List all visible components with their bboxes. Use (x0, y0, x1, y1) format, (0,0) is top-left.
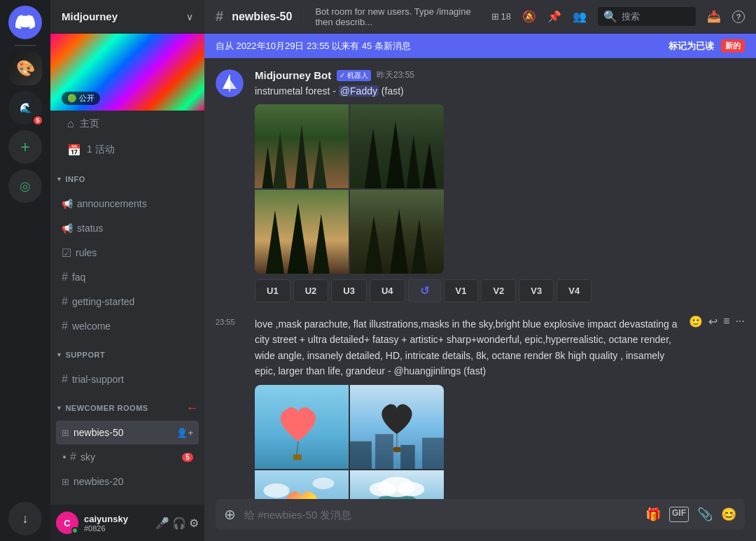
channel-faq[interactable]: # faq (56, 265, 199, 289)
search-icon: 🔍 (603, 10, 617, 23)
category-newcomer-rooms-2[interactable]: ▼ NEWCOMER ROOMS 2 (50, 499, 204, 505)
online-status-dot (71, 527, 78, 534)
message-time-gutter: 23:55 (216, 314, 244, 499)
u4-button[interactable]: U4 (370, 279, 405, 302)
gift-icon[interactable]: 🎁 (645, 507, 661, 522)
hash-getting-started-icon: # (62, 295, 68, 308)
forest-img-2 (350, 104, 444, 188)
message-content-bot: instrumetal forest - @Faddy (fast) (255, 84, 745, 99)
balloon-img-1 (255, 385, 349, 469)
nav-activity[interactable]: 📅 1 活动 (56, 137, 199, 162)
more-options-icon[interactable]: ··· (736, 315, 745, 328)
bell-muted-icon[interactable]: 🔕 (522, 10, 536, 23)
input-right-icons: 🎁 GIF 📎 😊 (645, 507, 736, 522)
gif-icon[interactable]: GIF (669, 507, 689, 522)
refresh-icon: ↺ (420, 284, 429, 297)
user-panel-icons: 🎤 🎧 ⚙ (155, 517, 199, 530)
newcomer-chevron: ▼ (56, 405, 62, 412)
u2-button[interactable]: U2 (293, 279, 329, 302)
channel-announcements[interactable]: 📢 announcements (56, 192, 199, 216)
server-list: 🎨 🌊 5 + ◎ ↓ (0, 0, 50, 541)
header-icons: ⊞ 18 🔕 📌 👥 🔍 搜索 📥 ? (491, 7, 745, 26)
main-content: # newbies-50 Bot room for new users. Typ… (204, 0, 756, 541)
v4-button[interactable]: V4 (556, 279, 592, 302)
v3-button[interactable]: V3 (519, 279, 554, 302)
svg-rect-29 (422, 437, 444, 469)
channel-section: ⌂ 主页 📅 1 活动 ▼ INFO 📢 announcements 📢 sta… (50, 111, 204, 505)
channel-status[interactable]: 📢 status (56, 216, 199, 240)
channel-newbies-20[interactable]: ⊞ newbies-20 (56, 470, 199, 493)
discord-home-icon[interactable] (8, 6, 42, 39)
thread-icon[interactable]: ≡ (723, 315, 729, 328)
u3-button[interactable]: U3 (331, 279, 367, 302)
channel-newbies-50[interactable]: ⊞ newbies-50 👤+ (56, 421, 199, 444)
server-banner: 🟢 公开 (50, 34, 204, 111)
add-reaction-icon[interactable]: 🙂 (689, 315, 703, 328)
members-count: ⊞ 18 (491, 11, 511, 22)
server-notification-badge: 5 (32, 115, 43, 126)
input-area: ⊕ 🎁 GIF 📎 😊 (204, 499, 756, 541)
headphone-icon[interactable]: 🎧 (172, 517, 186, 530)
channel-rules[interactable]: ☑ rules (56, 241, 199, 265)
svg-rect-25 (393, 447, 400, 451)
bot-author-name[interactable]: Midjourney Bot (255, 69, 331, 81)
sky-badge: 5 (182, 453, 193, 462)
sticker-icon[interactable]: 📎 (697, 507, 713, 522)
mention-huangjinlings[interactable]: @huangjinlings (393, 365, 461, 377)
online-badge: 🟢 公开 (62, 92, 100, 105)
v2-button[interactable]: V2 (481, 279, 516, 302)
category-support[interactable]: ▼ SUPPORT (50, 344, 204, 366)
bot-badge: ✓ 机器人 (337, 70, 371, 81)
hash-faq-icon: # (62, 271, 68, 283)
refresh-button[interactable]: ↺ (408, 279, 441, 302)
svg-point-41 (398, 482, 424, 496)
help-icon[interactable]: ? (732, 10, 745, 23)
pin-icon[interactable]: 📌 (547, 10, 561, 23)
hash-welcome-icon: # (62, 320, 68, 332)
gear-icon[interactable]: ⚙ (189, 517, 199, 530)
server-header[interactable]: Midjourney ∨ (50, 0, 204, 34)
bot-message-time: 昨天23:55 (377, 69, 414, 81)
svg-point-33 (263, 483, 289, 498)
hash-sky-icon: # (70, 451, 76, 463)
explore-button[interactable]: ◎ (8, 169, 42, 203)
server-header-chevron: ∨ (186, 11, 193, 22)
channel-welcome[interactable]: # welcome (56, 314, 199, 338)
mark-read-button[interactable]: 标记为已读 (668, 40, 714, 52)
emoji-icon[interactable]: 😊 (721, 507, 736, 522)
balloon-img-2 (350, 385, 444, 469)
svg-rect-27 (375, 434, 393, 469)
category-chevron: ▼ (56, 176, 62, 183)
message-input[interactable] (244, 509, 637, 521)
user-panel: C caiyunsky #0826 🎤 🎧 ⚙ (50, 505, 204, 541)
hash-trial-icon: # (62, 373, 68, 386)
svg-rect-22 (293, 454, 302, 460)
search-box[interactable]: 🔍 搜索 (598, 7, 696, 26)
members-icon[interactable]: 👥 (573, 10, 587, 23)
server-with-badge[interactable]: 🌊 5 (8, 91, 42, 125)
channel-list: Midjourney ∨ 🟢 公开 ⌂ 主页 📅 1 活动 ▼ INFO 📢 a… (50, 0, 204, 541)
reply-icon[interactable]: ↩ (708, 315, 718, 328)
mention-faddy[interactable]: @Faddy (339, 85, 379, 97)
add-server-button[interactable]: + (8, 130, 42, 164)
inbox-icon[interactable]: 📥 (707, 10, 721, 23)
svg-point-40 (370, 482, 396, 496)
channel-sky[interactable]: # sky 5 (56, 445, 199, 469)
u1-button[interactable]: U1 (255, 279, 290, 302)
midjourney-server[interactable]: 🎨 (8, 52, 42, 85)
channel-getting-started[interactable]: # getting-started (56, 290, 199, 314)
nav-home[interactable]: ⌂ 主页 (56, 111, 199, 136)
v1-button[interactable]: V1 (444, 279, 479, 302)
arrow-indicator: ← (186, 401, 200, 416)
balloon-img-4 (350, 470, 444, 499)
balloon-image-grid (255, 385, 444, 499)
category-info[interactable]: ▼ INFO (50, 168, 204, 190)
plus-icon[interactable]: ⊕ (224, 506, 236, 523)
megaphone-status-icon: 📢 (62, 223, 73, 234)
mic-icon[interactable]: 🎤 (155, 517, 169, 530)
channel-header-hash-icon: # (216, 8, 223, 24)
channel-trial-support[interactable]: # trial-support (56, 367, 199, 391)
download-button[interactable]: ↓ (8, 502, 42, 535)
category-newcomer-rooms[interactable]: ▼ NEWCOMER ROOMS ← (50, 397, 204, 419)
activity-icon: 📅 (67, 143, 81, 157)
